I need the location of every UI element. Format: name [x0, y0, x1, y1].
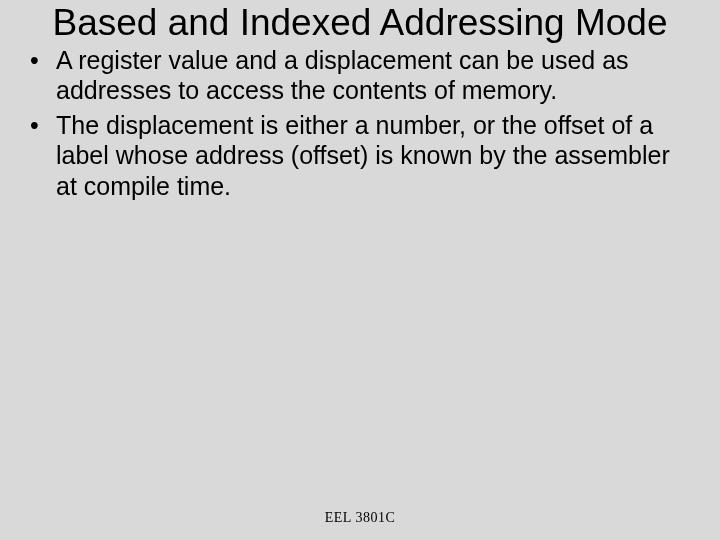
slide-footer: EEL 3801C — [0, 510, 720, 526]
bullet-item: A register value and a displacement can … — [24, 45, 696, 106]
slide-title: Based and Indexed Addressing Mode — [0, 0, 720, 45]
bullet-item: The displacement is either a number, or … — [24, 110, 696, 202]
slide: Based and Indexed Addressing Mode A regi… — [0, 0, 720, 540]
bullet-list: A register value and a displacement can … — [24, 45, 696, 202]
slide-body: A register value and a displacement can … — [0, 45, 720, 202]
